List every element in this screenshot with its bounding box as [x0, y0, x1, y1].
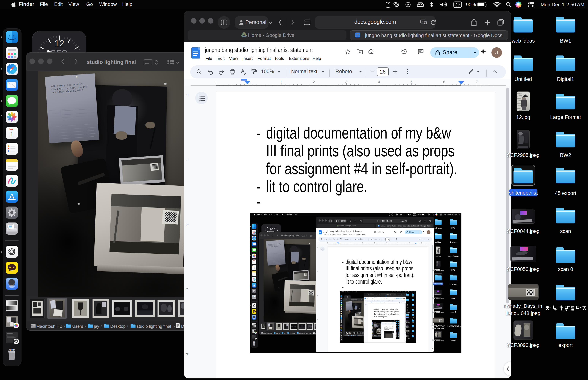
svg-text:TALK: TALK	[9, 266, 15, 269]
svg-text:文: 文	[402, 221, 403, 222]
svg-text:TALK: TALK	[341, 327, 342, 327]
svg-text:文: 文	[424, 22, 426, 24]
svg-text:A: A	[422, 20, 424, 23]
svg-text:TALK: TALK	[253, 311, 255, 312]
